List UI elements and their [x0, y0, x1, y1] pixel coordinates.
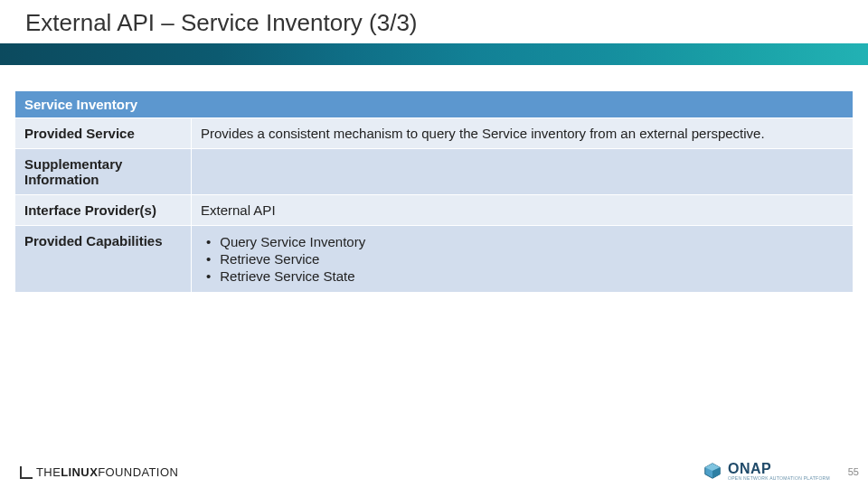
lf-square-icon [20, 466, 33, 479]
linux-foundation-logo: THELINUXFOUNDATION [20, 465, 178, 479]
onap-logo: ONAP OPEN NETWORK AUTOMATION PLATFORM [703, 461, 830, 481]
slide: External API – Service Inventory (3/3) S… [0, 0, 868, 488]
list-item: Retrieve Service [206, 250, 844, 267]
footer: THELINUXFOUNDATION ONAP OPEN NETWORK AUT… [0, 450, 868, 488]
row-label-provided-capabilities: Provided Capabilities [15, 226, 192, 293]
page-title: External API – Service Inventory (3/3) [25, 9, 418, 37]
row-label-supplementary-info: Supplementary Information [15, 149, 192, 195]
page-number: 55 [848, 466, 859, 477]
list-item: Query Service Inventory [206, 233, 844, 250]
row-value-supplementary-info [192, 149, 854, 195]
lf-text: THELINUXFOUNDATION [36, 465, 178, 479]
row-label-provided-service: Provided Service [15, 118, 192, 149]
table-row: Provided Capabilities Query Service Inve… [15, 226, 854, 293]
table-row: Provided Service Provides a consistent m… [15, 118, 854, 149]
onap-sublabel: OPEN NETWORK AUTOMATION PLATFORM [728, 475, 830, 481]
onap-text-wrap: ONAP OPEN NETWORK AUTOMATION PLATFORM [728, 461, 830, 481]
row-value-provided-capabilities: Query Service Inventory Retrieve Service… [192, 226, 854, 293]
capabilities-list: Query Service Inventory Retrieve Service… [201, 233, 844, 285]
row-value-provided-service: Provides a consistent mechanism to query… [192, 118, 854, 149]
row-label-interface-providers: Interface Provider(s) [15, 195, 192, 226]
lf-suffix: FOUNDATION [98, 465, 178, 479]
lf-bold: LINUX [61, 465, 98, 479]
table-row: Interface Provider(s) External API [15, 195, 854, 226]
onap-mark-icon [703, 461, 722, 481]
list-item: Retrieve Service State [206, 267, 844, 285]
table-header-row: Service Inventory [15, 91, 854, 118]
table-row: Supplementary Information [15, 149, 854, 195]
service-inventory-table: Service Inventory Provided Service Provi… [14, 90, 854, 293]
row-value-interface-providers: External API [192, 195, 854, 226]
lf-prefix: THE [36, 465, 61, 479]
table-header: Service Inventory [15, 91, 854, 118]
